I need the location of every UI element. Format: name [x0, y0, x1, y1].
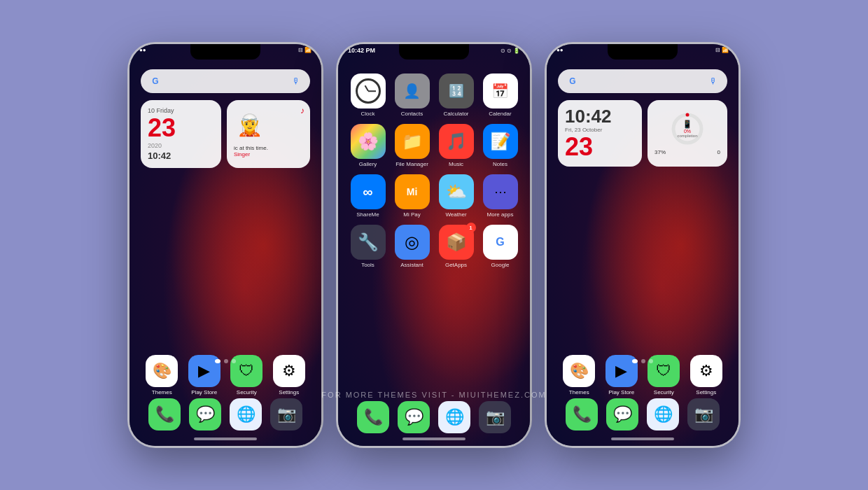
- app-icon-contacts: 👤: [395, 74, 430, 108]
- dock-right: 📞 💬 🌐 📷: [547, 398, 738, 430]
- dock-phone-left[interactable]: 📞: [148, 398, 181, 430]
- app-label-google: Google: [491, 262, 510, 268]
- app-label-contacts: Contacts: [401, 111, 424, 117]
- app-assistant[interactable]: ◎ Assistant: [393, 225, 430, 268]
- app-themes-right[interactable]: 🎨 Themes: [563, 355, 595, 396]
- app-music[interactable]: 🎵 Music: [438, 124, 475, 167]
- status-bar-right: ●● ⊟📶: [556, 47, 729, 53]
- battery-count: 0: [718, 149, 720, 155]
- home-bar-left[interactable]: [194, 438, 257, 440]
- app-moreapps[interactable]: ⋯ More apps: [482, 174, 519, 218]
- clock-time-right: 10:42: [565, 107, 635, 125]
- app-label-calculator: Calculator: [443, 111, 468, 117]
- battery-pct: 0%: [684, 129, 691, 134]
- app-shareme[interactable]: ∞ ShareMe: [349, 174, 386, 218]
- status-time-middle: 10:42 PM: [348, 47, 375, 54]
- app-gallery[interactable]: 🌸 Gallery: [349, 124, 386, 167]
- widget-battery-right[interactable]: 📱 0% completion 37% 0: [648, 100, 727, 167]
- search-bar-right[interactable]: G 🎙: [558, 69, 727, 93]
- home-bar-middle[interactable]: [402, 438, 465, 440]
- app-label-security-left: Security: [237, 389, 257, 396]
- clock-date-right: 23: [565, 134, 635, 160]
- phone-middle: 10:42 PM ⊙ ⊙🔋 Clock: [336, 42, 532, 448]
- app-clock[interactable]: Clock: [349, 74, 386, 117]
- app-getapps[interactable]: 📦 1 GetApps: [438, 225, 475, 268]
- battery-completion: completion: [677, 134, 697, 138]
- dock-middle: 📞 💬 🌐 📷: [338, 401, 530, 433]
- app-label-settings-left: Settings: [279, 389, 299, 396]
- music-note-icon: ♪: [300, 106, 304, 115]
- app-themes-left[interactable]: 🎨 Themes: [146, 355, 178, 396]
- app-label-settings-right: Settings: [696, 389, 716, 396]
- app-mipay[interactable]: Mi Mi Pay: [393, 174, 430, 218]
- app-calendar[interactable]: 📅 Calendar: [482, 74, 519, 117]
- google-logo-right: G: [566, 75, 579, 88]
- app-filemanager[interactable]: 📁 File Manager: [393, 124, 430, 167]
- app-label-playstore-left: Play Store: [191, 389, 217, 396]
- app-weather[interactable]: ⛅ Weather: [438, 174, 475, 218]
- widgets-row-left: 10 Friday 23 2020 10:42 ♪ 🧝 ic at this t…: [141, 100, 310, 168]
- app-notes[interactable]: 📝 Notes: [482, 124, 519, 167]
- app-icon-calendar: 📅: [483, 74, 518, 108]
- dot-3-right: [649, 359, 653, 363]
- clock-face: [356, 78, 381, 104]
- app-label-mipay: Mi Pay: [403, 211, 420, 218]
- app-label-getapps: GetApps: [445, 262, 467, 268]
- app-icon-filemanager: 📁: [395, 124, 430, 159]
- dots-right: [632, 359, 653, 363]
- app-calculator[interactable]: 🔢 Calculator: [438, 74, 475, 117]
- dot-3-left: [232, 359, 236, 363]
- home-bar-right[interactable]: [611, 438, 674, 440]
- app-icon-clock: [351, 74, 386, 108]
- dock-chrome-middle[interactable]: 🌐: [438, 401, 470, 433]
- widget-calendar-left[interactable]: 10 Friday 23 2020 10:42: [141, 100, 221, 168]
- app-icon-themes-right: 🎨: [563, 355, 595, 387]
- app-icon-google: G: [483, 225, 518, 260]
- dock-chrome-right[interactable]: 🌐: [647, 398, 679, 430]
- app-label-themes-right: Themes: [569, 389, 589, 396]
- app-label-filemanager: File Manager: [396, 161, 428, 167]
- status-bar-left: ●● ⊟📶: [139, 47, 312, 53]
- widget-clock-right[interactable]: 10:42 Fri, 23 October 23: [558, 100, 642, 167]
- dock-chrome-left[interactable]: 🌐: [230, 398, 262, 430]
- app-label-calendar: Calendar: [489, 111, 511, 117]
- app-icon-settings-right: ⚙: [690, 355, 722, 387]
- dock-camera-right[interactable]: 📷: [687, 398, 720, 430]
- app-label-gallery: Gallery: [359, 161, 377, 167]
- app-label-tools: Tools: [361, 262, 374, 268]
- app-icon-settings-left: ⚙: [273, 355, 305, 387]
- app-icon-themes-left: 🎨: [146, 355, 178, 387]
- app-settings-right[interactable]: ⚙ Settings: [690, 355, 722, 396]
- search-bar-left[interactable]: G 🎙: [141, 69, 310, 93]
- dot-2-right: [641, 359, 645, 363]
- getapps-badge: 1: [466, 223, 476, 232]
- app-label-weather: Weather: [445, 211, 466, 218]
- dock-messages-left[interactable]: 💬: [189, 398, 221, 430]
- status-bar-middle: 10:42 PM ⊙ ⊙🔋: [348, 47, 520, 54]
- dot-2-left: [224, 359, 228, 363]
- app-icon-getapps: 📦 1: [439, 225, 474, 260]
- dock-phone-middle[interactable]: 📞: [357, 401, 389, 433]
- music-avatar: 🧝: [234, 107, 265, 142]
- dock-phone-right[interactable]: 📞: [566, 398, 598, 430]
- phone-left: ●● ⊟📶 G 🎙 10 Friday 23 2020 10:42: [127, 42, 323, 448]
- app-label-shareme: ShareMe: [356, 211, 379, 218]
- app-contacts[interactable]: 👤 Contacts: [393, 74, 430, 117]
- app-icon-gallery: 🌸: [351, 124, 386, 159]
- phone-right: ●● ⊟📶 G 🎙 10:42 Fri, 23 October 23: [545, 42, 741, 448]
- dock-messages-right[interactable]: 💬: [606, 398, 638, 430]
- app-icon-calculator: 🔢: [439, 74, 474, 108]
- app-settings-left[interactable]: ⚙ Settings: [273, 355, 305, 396]
- app-label-moreapps: More apps: [487, 211, 514, 218]
- app-google[interactable]: G Google: [482, 225, 519, 268]
- battery-stats: 37% 0: [654, 149, 720, 155]
- app-tools[interactable]: 🔧 Tools: [349, 225, 386, 268]
- widget-music-left[interactable]: ♪ 🧝 ic at this time. Singer: [227, 100, 310, 168]
- google-logo-left: G: [149, 75, 162, 88]
- app-icon-weather: ⛅: [439, 174, 474, 209]
- dock-camera-middle[interactable]: 📷: [479, 401, 511, 433]
- app-icon-moreapps: ⋯: [483, 174, 518, 209]
- dock-camera-left[interactable]: 📷: [270, 398, 302, 430]
- dock-messages-middle[interactable]: 💬: [398, 401, 430, 433]
- app-label-security-right: Security: [654, 389, 674, 396]
